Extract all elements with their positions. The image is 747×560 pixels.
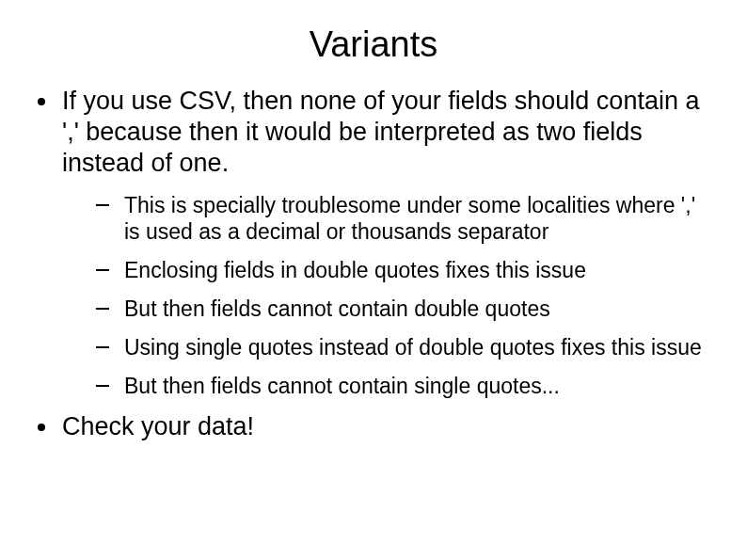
slide-title: Variants — [38, 24, 709, 65]
list-item-text: If you use CSV, then none of your fields… — [62, 86, 709, 179]
list-item-text: Using single quotes instead of double qu… — [124, 334, 702, 360]
list-item-text: But then fields cannot contain single qu… — [124, 373, 560, 399]
list-item-text: Enclosing fields in double quotes fixes … — [124, 257, 586, 283]
list-item: Using single quotes instead of double qu… — [96, 334, 709, 360]
list-item: But then fields cannot contain double qu… — [96, 296, 709, 322]
slide: Variants If you use CSV, then none of yo… — [0, 0, 747, 560]
list-item: Enclosing fields in double quotes fixes … — [96, 257, 709, 283]
bullet-disc-icon — [38, 98, 45, 105]
bullet-dash-icon — [96, 269, 109, 271]
bullet-disc-icon — [38, 424, 45, 431]
list-item: But then fields cannot contain single qu… — [96, 373, 709, 399]
bullet-dash-icon — [96, 204, 109, 206]
bullet-dash-icon — [96, 308, 109, 310]
list-item: If you use CSV, then none of your fields… — [38, 86, 709, 179]
list-item: This is specially troublesome under some… — [96, 192, 709, 245]
list-item-text: This is specially troublesome under some… — [124, 192, 709, 245]
bullet-dash-icon — [96, 346, 109, 348]
bullet-dash-icon — [96, 385, 109, 387]
list-item-text: Check your data! — [62, 411, 254, 442]
list-item: Check your data! — [38, 411, 709, 442]
list-item-text: But then fields cannot contain double qu… — [124, 296, 550, 322]
